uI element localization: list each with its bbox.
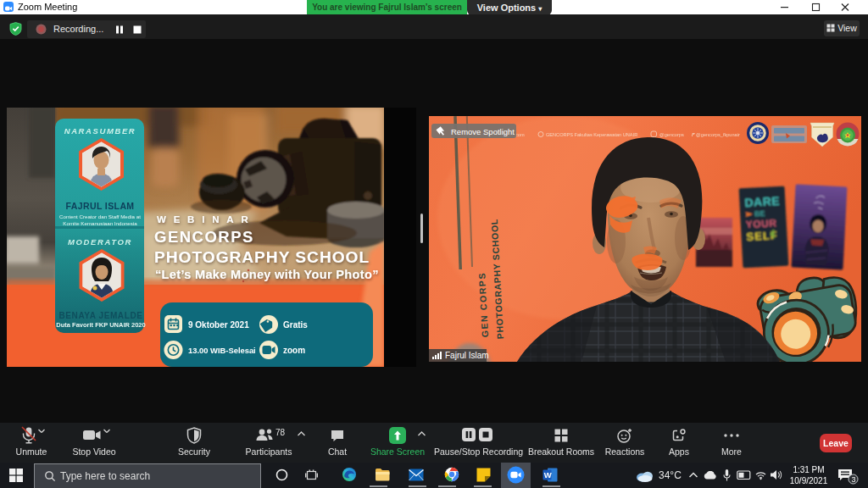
svg-text:@gencorps: @gencorps (659, 132, 684, 137)
svg-text:3: 3 (851, 475, 855, 484)
svg-text:PHOTOGRAPHY SCHOOL: PHOTOGRAPHY SCHOOL (154, 248, 370, 266)
svg-text:MODERATOR: MODERATOR (68, 237, 132, 247)
svg-text:Content Creator dan Staff Medi: Content Creator dan Staff Media at (59, 214, 141, 219)
svg-text:Fajrul Islam: Fajrul Islam (445, 351, 489, 360)
svg-text:Komite Kemanusiaan Indonesia: Komite Kemanusiaan Indonesia (63, 220, 137, 226)
svg-text:GENCORPS Fakultas Keperawatan: GENCORPS Fakultas Keperawatan UNAIR (546, 132, 637, 137)
svg-text:NARASUMBER: NARASUMBER (64, 126, 136, 136)
svg-text:DARE: DARE (744, 194, 780, 209)
svg-text:Gratis: Gratis (283, 320, 308, 330)
svg-text:WEBINAR: WEBINAR (157, 214, 256, 225)
svg-text:FAJRUL ISLAM: FAJRUL ISLAM (65, 201, 134, 211)
svg-text:GENCORPS: GENCORPS (154, 228, 254, 246)
svg-text:9 Oktober 2021: 9 Oktober 2021 (188, 320, 249, 330)
svg-text:78: 78 (275, 428, 286, 437)
svg-text:Remove Spotlight: Remove Spotlight (451, 127, 515, 136)
svg-text:13.00 WIB-Selesai: 13.00 WIB-Selesai (188, 346, 256, 355)
svg-text:BENAYA JEMALDE: BENAYA JEMALDE (59, 311, 143, 320)
svg-text:zoom: zoom (283, 346, 305, 355)
svg-text:W: W (544, 470, 552, 480)
svg-text:Duta Favorit FKP UNAIR 2020: Duta Favorit FKP UNAIR 2020 (56, 321, 145, 329)
svg-text:𝑭 @gencorps_fkpunair: 𝑭 @gencorps_fkpunair (692, 132, 740, 137)
svg-text:BE: BE (754, 209, 765, 219)
svg-text:“Let’s Make Money with Your Ph: “Let’s Make Money with Your Photo” (155, 268, 379, 281)
